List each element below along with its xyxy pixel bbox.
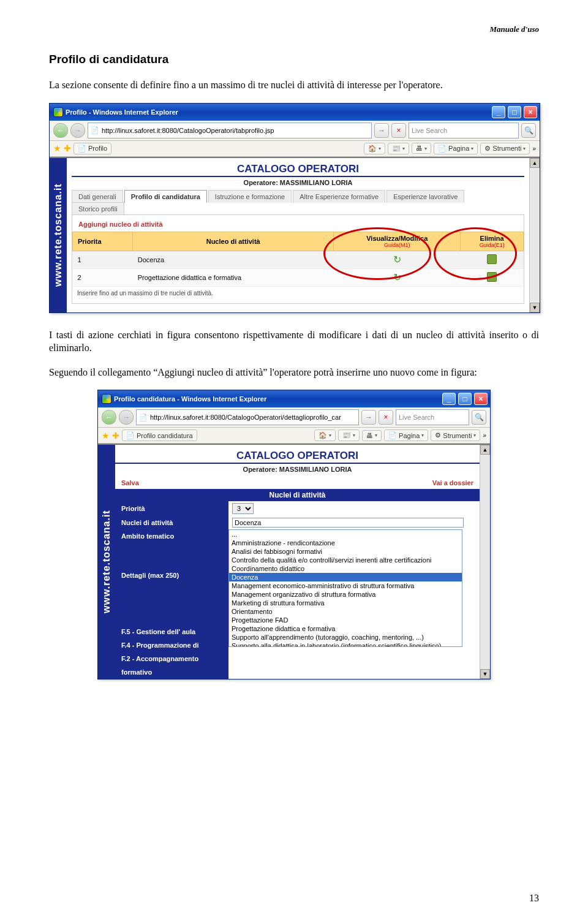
nuclei-grid: Priorita Nucleo di attività Visualizza/M…	[72, 232, 524, 287]
search-go-button[interactable]: 🔍	[472, 410, 486, 425]
content-area: www.rete.toscana.it CATALOGO OPERATORI O…	[98, 444, 490, 679]
dropdown-option[interactable]: Supporto alla didattica in laboratorio (…	[229, 642, 462, 647]
body-para-3: Seguendo il collegamento “Aggiungi nucle…	[49, 366, 539, 379]
page-icon: 📄	[126, 431, 135, 439]
col-visualizza-modifica: Visualizza/Modifica Guida(M1)	[334, 232, 461, 251]
delete-icon[interactable]	[487, 254, 497, 264]
app-title: CATALOGO OPERATORI	[72, 163, 524, 175]
label-nuclei: Nuclei di attività	[115, 516, 228, 529]
scroll-down-icon[interactable]: ▼	[480, 669, 490, 679]
modify-icon[interactable]: ↻	[392, 273, 402, 282]
page-number: 13	[529, 893, 539, 904]
dropdown-option[interactable]: Progettazione FAD	[229, 616, 462, 624]
delete-icon[interactable]	[487, 272, 497, 282]
tab-dati-generali[interactable]: Dati generali	[72, 190, 123, 203]
tab-profilo-candidatura[interactable]: Profilo di candidatura	[124, 190, 207, 203]
feeds-button[interactable]: 📰▾	[388, 143, 409, 154]
tab-label[interactable]: 📄Profilo candidatura	[122, 430, 197, 441]
section-title: Profilo di candidatura	[49, 53, 539, 66]
home-button[interactable]: 🏠▾	[364, 143, 385, 154]
maximize-button[interactable]: □	[508, 106, 521, 118]
address-bar[interactable]: 📄 http://linux.saforet.it:8080/CatalogoO…	[136, 409, 359, 425]
nuclei-form: Priorità 3 Nuclei di attività Ambito tem…	[115, 501, 480, 679]
dropdown-option[interactable]: Progettazione didattica e formativa	[229, 624, 462, 633]
print-button[interactable]: 🖶▾	[412, 143, 431, 154]
tab-altre-esperienze[interactable]: Altre Esperienze formative	[293, 190, 385, 203]
dropdown-option[interactable]: Coordinamento didattico	[229, 564, 462, 573]
favorites-icon[interactable]: ★	[53, 143, 61, 153]
add-favorite-icon[interactable]: ✚	[112, 431, 119, 441]
dropdown-option[interactable]: Orientamento	[229, 607, 462, 616]
print-button[interactable]: 🖶▾	[362, 430, 382, 441]
section-bar: Nuclei di attività	[115, 489, 480, 501]
dropdown-option[interactable]: Docenza	[229, 573, 462, 581]
page-menu[interactable]: 📄 Pagina▾	[384, 430, 428, 441]
sidebar-domain: www.rete.toscana.it	[50, 158, 67, 312]
dropdown-option[interactable]: Amministrazione - rendicontazione	[229, 539, 462, 547]
scroll-up-icon[interactable]: ▲	[530, 158, 540, 168]
url-text: http://linux.saforet.it:8080/CatalogoOpe…	[102, 127, 274, 134]
add-favorite-icon[interactable]: ✚	[64, 143, 71, 153]
dropdown-option[interactable]: Analisi dei fabbisogni formativi	[229, 547, 462, 556]
grid-row: 1 Docenza ↻	[73, 251, 524, 268]
modify-icon[interactable]: ↻	[392, 255, 402, 265]
search-box[interactable]: Live Search	[396, 409, 469, 425]
stop-button[interactable]: ×	[379, 410, 393, 425]
fav-toolbar: ★ ✚ 📄Profilo 🏠▾ 📰▾ 🖶▾ 📄 Pagina▾ ⚙ Strume…	[50, 141, 540, 157]
salva-link[interactable]: Salva	[121, 479, 139, 486]
stop-button[interactable]: ×	[391, 123, 406, 138]
scroll-up-icon[interactable]: ▲	[480, 445, 490, 455]
tab-storico-profili[interactable]: Storico profili	[72, 202, 124, 215]
scrollbar[interactable]: ▲ ▼	[480, 445, 490, 679]
tools-menu[interactable]: ⚙ Strumenti▾	[431, 430, 480, 441]
close-button[interactable]: ×	[524, 106, 537, 118]
forward-button[interactable]: →	[119, 410, 134, 425]
doc-header: Manuale d'uso	[49, 25, 539, 34]
maximize-button[interactable]: □	[458, 393, 472, 405]
vai-a-dossier-link[interactable]: Vai a dossier	[432, 479, 473, 486]
app-header: CATALOGO OPERATORI	[115, 449, 480, 464]
address-bar[interactable]: 📄 http://linux.saforet.it:8080/CatalogoO…	[88, 123, 372, 138]
dropdown-option[interactable]: Management organizzativo di struttura fo…	[229, 590, 462, 599]
operator-line: Operatore: MASSIMILIANO LORIA	[115, 464, 480, 477]
tab-istruzione[interactable]: Istruzione e formazione	[208, 190, 292, 203]
go-button[interactable]: →	[361, 410, 376, 425]
close-button[interactable]: ×	[474, 393, 488, 405]
scrollbar[interactable]: ▲ ▼	[529, 158, 540, 312]
tab-esperienze-lavorative[interactable]: Esperienze lavorative	[386, 190, 464, 203]
minimize-button[interactable]: _	[492, 106, 505, 118]
dropdown-option[interactable]: Supporto all'apprendimento (tutoraggio, …	[229, 633, 462, 642]
add-nucleo-link[interactable]: Aggiungi nucleo di attività	[72, 219, 524, 232]
scroll-down-icon[interactable]: ▼	[530, 303, 540, 312]
go-button[interactable]: →	[374, 123, 389, 138]
cell-prio: 2	[73, 268, 133, 286]
dropdown-option[interactable]: ...	[229, 530, 462, 539]
extra-row: F.5 - Gestione dell' aula	[115, 625, 228, 638]
favorites-icon[interactable]: ★	[102, 431, 110, 441]
select-priorita[interactable]: 3	[232, 503, 254, 514]
tab-label[interactable]: 📄Profilo	[74, 143, 111, 154]
dropdown-option[interactable]: Management economico-amministrativo di s…	[229, 581, 462, 590]
feeds-button[interactable]: 📰▾	[338, 430, 360, 441]
home-button[interactable]: 🏠▾	[314, 430, 336, 441]
forward-button[interactable]: →	[70, 123, 85, 138]
ie-icon	[53, 107, 63, 117]
minimize-button[interactable]: _	[442, 393, 456, 405]
page-icon: 📄	[139, 414, 148, 422]
extra-row: F.4 - Programmazione di	[115, 638, 228, 652]
tools-menu[interactable]: ⚙ Strumenti▾	[480, 143, 530, 154]
dropdown-option[interactable]: Marketing di struttura formativa	[229, 599, 462, 607]
input-nuclei[interactable]	[232, 518, 464, 528]
dropdown-option[interactable]: Controllo della qualità e/o controlli/se…	[229, 556, 462, 564]
search-go-button[interactable]: 🔍	[521, 123, 536, 138]
sidebar-domain: www.rete.toscana.it	[98, 445, 115, 679]
tab-row: Dati generali Profilo di candidatura Ist…	[72, 190, 524, 203]
back-button[interactable]: ←	[53, 123, 68, 138]
page-icon: 📄	[91, 126, 99, 134]
guida-m-hint: Guida(M1)	[339, 242, 455, 248]
cell-nucleo: Docenza	[133, 251, 334, 268]
page-menu[interactable]: 📄 Pagina▾	[434, 143, 478, 154]
back-button[interactable]: ←	[102, 410, 116, 425]
dropdown-options[interactable]: ...Amministrazione - rendicontazioneAnal…	[228, 529, 462, 647]
search-box[interactable]: Live Search	[409, 123, 519, 138]
